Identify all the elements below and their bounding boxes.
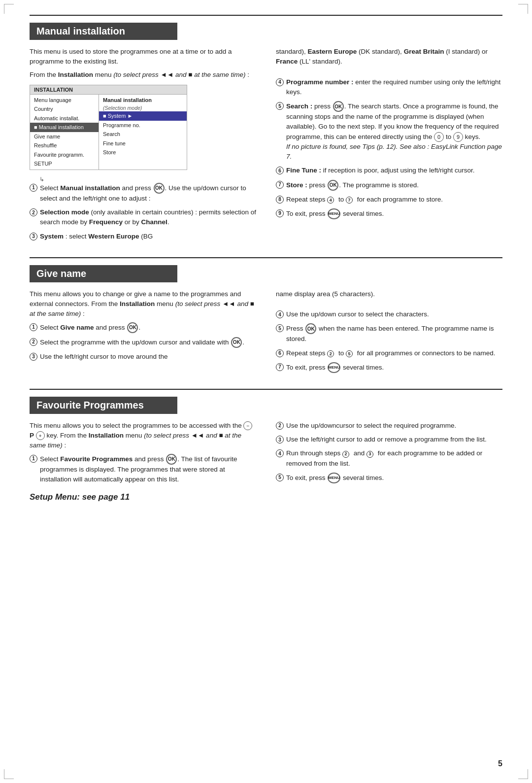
favourite-item-4: 4 Run through steps 2 and 3 for each pro…	[276, 448, 502, 469]
favourite-intro: This menu allows you to select the progr…	[30, 421, 256, 451]
give-name-item-1-text: Select Give name and press OK.	[40, 322, 256, 333]
give-name-item-6-text: Repeat steps 2 to 5 for all programmes o…	[286, 348, 502, 358]
plus-btn: +	[36, 431, 45, 440]
give-name-item-3: 3 Use the left/right cursor to move arou…	[30, 352, 256, 362]
diagram-right-fine-tune: Fine tune	[99, 139, 187, 148]
diagram-right-title: Manual installation	[99, 96, 187, 105]
diagram-right-system: ■ System ►	[99, 111, 187, 121]
favourite-item-4-text: Run through steps 2 and 3 for each progr…	[286, 448, 502, 469]
diagram-menu-item-manual-install: ■ Manual installation	[30, 123, 99, 132]
manual-install-item-7-text: Store : press OK. The programme is store…	[286, 180, 502, 191]
diagram-menu-item-favourite: Favourite programm.	[30, 150, 99, 160]
give-name-num-3: 3	[30, 353, 37, 361]
manual-install-item-1-text: Select Manual installation and press OK.…	[40, 183, 256, 204]
diagram-right-sub: (Selection mode)	[99, 104, 187, 111]
manual-install-item-9: 9 To exit, press MENU several times.	[276, 208, 502, 219]
favourite-item-2: 2 Use the up/downcursor to select the re…	[276, 421, 502, 431]
favourite-num-5: 5	[276, 474, 284, 481]
key-9: 9	[453, 132, 463, 142]
diagram-menu-item-menu-language: Menu language	[30, 96, 99, 105]
menu-button-icon-9: MENU	[328, 208, 340, 219]
menu-button-give-name-7: MENU	[328, 362, 340, 373]
diagram-header: INSTALLATION	[30, 85, 187, 95]
ok-button-icon-5: OK	[333, 101, 344, 112]
give-name-item-3-text: Use the left/right cursor to move around…	[40, 352, 256, 362]
give-name-num-5: 5	[276, 324, 284, 332]
give-name-num-4: 4	[276, 310, 284, 318]
num-circle-8: 8	[276, 196, 284, 204]
num-circle-2: 2	[30, 208, 37, 216]
favourite-left-col: This menu allows you to select the progr…	[30, 421, 261, 488]
favourite-num-2: 2	[276, 422, 284, 430]
diagram-right-prog-no: Programme no.	[99, 121, 187, 130]
give-name-title: Give name	[30, 265, 177, 282]
corner-mark-br	[518, 769, 528, 779]
manual-install-item-4: 4 Programme number : enter the required …	[276, 77, 502, 98]
diagram-left-col: Menu language Country Automatic installa…	[30, 95, 99, 170]
num-circle-1: 1	[30, 184, 37, 192]
num-circle-3: 3	[30, 233, 37, 240]
favourite-item-3-text: Use the left/right cursor to add or remo…	[286, 435, 502, 444]
manual-install-item-2: 2 Selection mode (only available in cert…	[30, 207, 256, 228]
favourite-programmes-section: Favourite Programmes This menu allows yo…	[30, 389, 502, 509]
num-circle-9: 9	[276, 209, 284, 217]
give-name-intro: This menu allows you to change or give a…	[30, 289, 256, 319]
diagram-menu-item-setup: SETUP	[30, 159, 99, 169]
give-name-left-col: This menu allows you to change or give a…	[30, 289, 261, 377]
corner-mark-tr	[518, 4, 528, 14]
diagram-menu-item-country: Country	[30, 104, 99, 114]
manual-installation-intro: This menu is used to store the programme…	[30, 47, 256, 67]
ok-button-icon-7: OK	[328, 180, 338, 191]
give-name-num-6: 6	[276, 349, 284, 357]
num-circle-7: 7	[276, 181, 284, 189]
num-circle-6: 6	[276, 167, 284, 174]
give-name-right-col: name display area (5 characters). 4 Use …	[276, 289, 502, 377]
ok-button-give-name-1: OK	[127, 322, 138, 333]
give-name-item-5-text: Press OK when the name has been entered.…	[286, 323, 502, 344]
ok-button-icon-1: OK	[154, 183, 165, 194]
manual-install-item-6: 6 Fine Tune : if reception is poor, adju…	[276, 166, 502, 175]
give-name-item-4-text: Use the up/down cursor to select the cha…	[286, 309, 502, 319]
key-0: 0	[434, 132, 444, 142]
manual-install-item-6-text: Fine Tune : if reception is poor, adjust…	[286, 166, 502, 175]
favourite-item-1: 1 Select Favourite Programmes and press …	[30, 454, 256, 485]
favourite-right-col: 2 Use the up/downcursor to select the re…	[276, 421, 502, 488]
manual-install-item-2-text: Selection mode (only available in certai…	[40, 207, 256, 228]
setup-menu-reference: Setup Menu: see page 11	[30, 492, 502, 502]
give-name-num-1: 1	[30, 323, 37, 331]
ref-circle-fav-3: 3	[366, 451, 373, 458]
system-continued: standard), Eastern Europe (DK standard),…	[276, 47, 502, 67]
diagram-menu-item-reshuffle: Reshuffle	[30, 141, 99, 150]
manual-installation-right-col: standard), Eastern Europe (DK standard),…	[276, 47, 502, 245]
give-name-item-1: 1 Select Give name and press OK.	[30, 322, 256, 333]
manual-installation-from: From the Installation menu (to select pr…	[30, 70, 256, 80]
manual-install-item-3: 3 System : select Western Europe (BG	[30, 232, 256, 241]
give-name-item-7: 7 To exit, press MENU several times.	[276, 362, 502, 373]
favourite-item-5: 5 To exit, press MENU several times.	[276, 473, 502, 483]
manual-install-item-8-text: Repeat steps 4 to 7 for each programme t…	[286, 195, 502, 204]
ok-button-fav-1: OK	[166, 454, 177, 465]
diagram-right-store: Store	[99, 148, 187, 157]
give-name-item-6: 6 Repeat steps 2 to 5 for all programmes…	[276, 348, 502, 358]
manual-install-item-9-text: To exit, press MENU several times.	[286, 208, 502, 219]
manual-installation-section: Manual installation This menu is used to…	[30, 15, 502, 252]
manual-install-item-4-text: Programme number : enter the required nu…	[286, 77, 502, 98]
give-name-section: Give name This menu allows you to change…	[30, 257, 502, 384]
ref-circle-7: 7	[346, 197, 353, 204]
favourite-item-3: 3 Use the left/right cursor to add or re…	[276, 435, 502, 444]
favourite-num-3: 3	[276, 436, 284, 443]
diagram-menu-item-give-name: Give name	[30, 132, 99, 141]
give-name-item-2-text: Select the programme with the up/down cu…	[40, 337, 256, 348]
give-name-item-2: 2 Select the programme with the up/down …	[30, 337, 256, 348]
manual-installation-left-col: This menu is used to store the programme…	[30, 47, 261, 245]
give-name-item-7-text: To exit, press MENU several times.	[286, 362, 502, 373]
minus-btn: −	[243, 421, 252, 430]
diagram-menu-item-auto-install: Automatic installat.	[30, 114, 99, 123]
diagram-right-col: Manual installation (Selection mode) ■ S…	[99, 95, 187, 170]
favourite-item-1-text: Select Favourite Programmes and press OK…	[40, 454, 256, 485]
manual-installation-title: Manual installation	[30, 23, 177, 40]
installation-menu-diagram: INSTALLATION Menu language Country Autom…	[30, 85, 187, 170]
manual-install-item-7: 7 Store : press OK. The programme is sto…	[276, 180, 502, 191]
give-name-item-4: 4 Use the up/down cursor to select the c…	[276, 309, 502, 319]
manual-install-item-8: 8 Repeat steps 4 to 7 for each programme…	[276, 195, 502, 204]
